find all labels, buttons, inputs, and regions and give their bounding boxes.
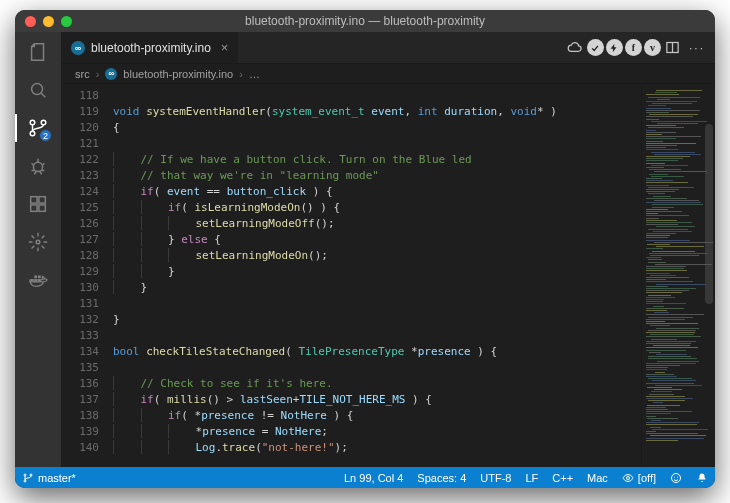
status-encoding[interactable]: UTF-8	[473, 472, 518, 484]
action-f-icon[interactable]: f	[625, 39, 642, 56]
line-number: 140	[61, 440, 99, 456]
docker-icon[interactable]	[26, 268, 50, 292]
svg-point-19	[24, 480, 26, 482]
indent-guide	[113, 424, 114, 438]
more-actions-icon[interactable]: ···	[685, 41, 709, 55]
code-line[interactable]: Log.trace("not-here!");	[113, 440, 641, 456]
code-line[interactable]: if( isLearningModeOn() ) {	[113, 200, 641, 216]
indent-guide	[141, 200, 142, 214]
cloud-flash-icon[interactable]	[565, 38, 585, 58]
svg-rect-6	[31, 197, 37, 203]
code-line[interactable]: } else {	[113, 232, 641, 248]
svg-point-2	[30, 120, 35, 125]
breadcrumb-item[interactable]: bluetooth-proximity.ino	[123, 68, 233, 80]
window-title: bluetooth-proximity.ino — bluetooth-prox…	[15, 14, 715, 28]
minimap[interactable]	[641, 84, 715, 467]
indent-guide	[141, 408, 142, 422]
smiley-icon	[670, 472, 682, 484]
status-spaces[interactable]: Spaces: 4	[410, 472, 473, 484]
status-language[interactable]: C++	[545, 472, 580, 484]
code-line[interactable]	[113, 360, 641, 376]
svg-point-4	[41, 120, 46, 125]
indent-guide	[141, 424, 142, 438]
status-notifications[interactable]	[689, 472, 715, 484]
split-editor-icon[interactable]	[663, 38, 683, 58]
maximize-window-button[interactable]	[61, 16, 72, 27]
line-number: 122	[61, 152, 99, 168]
tab-label: bluetooth-proximity.ino	[91, 41, 211, 55]
breadcrumb-tail[interactable]: …	[249, 68, 260, 80]
code-line[interactable]	[113, 88, 641, 104]
code-line[interactable]: *presence = NotHere;	[113, 424, 641, 440]
status-preview[interactable]: [off]	[615, 472, 663, 484]
source-control-icon[interactable]: 2	[26, 116, 50, 140]
minimap-scroll-thumb[interactable]	[705, 124, 713, 304]
line-number: 138	[61, 408, 99, 424]
particle-icon[interactable]	[26, 230, 50, 254]
code-line[interactable]: if( event == button_click ) {	[113, 184, 641, 200]
indent-guide	[141, 264, 142, 278]
line-number: 118	[61, 88, 99, 104]
tab-bluetooth-proximity[interactable]: ∞ bluetooth-proximity.ino ×	[61, 32, 239, 63]
minimize-window-button[interactable]	[43, 16, 54, 27]
bell-icon	[696, 472, 708, 484]
svg-point-22	[672, 473, 681, 482]
indent-guide	[113, 200, 114, 214]
status-cursor[interactable]: Ln 99, Col 4	[337, 472, 410, 484]
code-editor[interactable]: void systemEventHandler(system_event_t e…	[107, 84, 641, 467]
code-line[interactable]: }	[113, 312, 641, 328]
code-line[interactable]: if( *presence != NotHere ) {	[113, 408, 641, 424]
svg-rect-9	[39, 197, 45, 203]
code-line[interactable]	[113, 328, 641, 344]
debug-icon[interactable]	[26, 154, 50, 178]
code-line[interactable]: void systemEventHandler(system_event_t e…	[113, 104, 641, 120]
status-os[interactable]: Mac	[580, 472, 615, 484]
indent-guide	[168, 440, 169, 454]
svg-rect-7	[31, 205, 37, 211]
activity-bar: 2	[15, 32, 61, 467]
extensions-icon[interactable]	[26, 192, 50, 216]
arduino-file-icon: ∞	[71, 41, 85, 55]
line-number: 127	[61, 232, 99, 248]
close-window-button[interactable]	[25, 16, 36, 27]
svg-rect-15	[38, 275, 41, 278]
tab-bar: ∞ bluetooth-proximity.ino × f v ···	[61, 32, 715, 64]
indent-guide	[141, 248, 142, 262]
code-line[interactable]: bool checkTileStateChanged( TilePresence…	[113, 344, 641, 360]
code-line[interactable]: // Check to see if it's here.	[113, 376, 641, 392]
line-number: 125	[61, 200, 99, 216]
code-line[interactable]: if( millis() > lastSeen+TILE_NOT_HERE_MS…	[113, 392, 641, 408]
action-v-icon[interactable]: v	[644, 39, 661, 56]
code-line[interactable]: }	[113, 264, 641, 280]
line-number: 136	[61, 376, 99, 392]
svg-point-23	[674, 476, 675, 477]
code-line[interactable]: {	[113, 120, 641, 136]
status-eol[interactable]: LF	[518, 472, 545, 484]
indent-guide	[113, 392, 114, 406]
action-check-icon[interactable]	[587, 39, 604, 56]
code-line[interactable]: // If we have a button click. Turn on th…	[113, 152, 641, 168]
indent-guide	[168, 216, 169, 230]
code-line[interactable]: }	[113, 280, 641, 296]
line-number: 139	[61, 424, 99, 440]
status-feedback[interactable]	[663, 472, 689, 484]
code-line[interactable]	[113, 296, 641, 312]
code-line[interactable]: setLearningModeOn();	[113, 248, 641, 264]
code-line[interactable]	[113, 136, 641, 152]
breadcrumb-item[interactable]: src	[75, 68, 90, 80]
close-tab-icon[interactable]: ×	[221, 40, 229, 55]
svg-point-24	[677, 476, 678, 477]
breadcrumbs[interactable]: src › ∞ bluetooth-proximity.ino › …	[61, 64, 715, 84]
line-number: 135	[61, 360, 99, 376]
code-line[interactable]: // that way we're in "learning mode"	[113, 168, 641, 184]
search-icon[interactable]	[26, 78, 50, 102]
indent-guide	[113, 376, 114, 390]
eye-icon	[622, 472, 634, 484]
indent-guide	[141, 440, 142, 454]
svg-point-0	[32, 84, 43, 95]
files-icon[interactable]	[26, 40, 50, 64]
status-bar: master* Ln 99, Col 4 Spaces: 4 UTF-8 LF …	[15, 467, 715, 488]
action-flash-icon[interactable]	[606, 39, 623, 56]
status-branch[interactable]: master*	[15, 472, 83, 484]
code-line[interactable]: setLearningModeOff();	[113, 216, 641, 232]
